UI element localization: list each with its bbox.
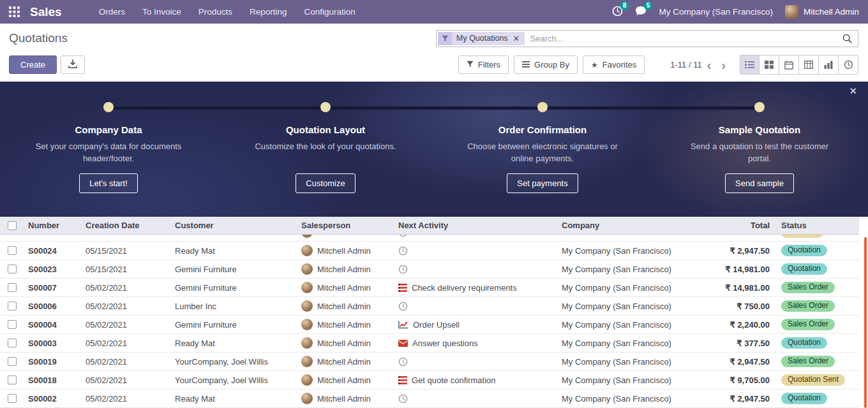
- company-name: My Company (San Francisco): [558, 242, 706, 259]
- menu-item-orders[interactable]: Orders: [99, 7, 125, 17]
- graph-view-icon[interactable]: [819, 55, 839, 75]
- customer-name: Ready Mat: [171, 334, 297, 352]
- row-checkbox[interactable]: [0, 242, 24, 259]
- step-dot: [320, 102, 331, 112]
- kanban-view-icon[interactable]: [760, 55, 779, 75]
- salesperson-name: Mitchell Admin: [317, 283, 371, 293]
- vertical-scrollbar[interactable]: [864, 237, 867, 408]
- messages-menu[interactable]: 5: [635, 6, 647, 18]
- column-header-creation-date[interactable]: Creation Date: [82, 217, 171, 234]
- column-header-next-activity[interactable]: Next Activity: [394, 217, 558, 234]
- tasks-icon: [398, 284, 407, 292]
- column-header-salesperson[interactable]: Salesperson: [297, 217, 394, 234]
- search-facet: My Quotations ✕: [438, 32, 525, 45]
- menu-item-reporting[interactable]: Reporting: [250, 7, 287, 17]
- create-button[interactable]: Create: [9, 55, 57, 74]
- customer-name: YourCompany, Joel Willis: [171, 371, 297, 389]
- clock-icon: [398, 302, 408, 311]
- app-name[interactable]: Sales: [30, 5, 62, 19]
- next-activity-cell[interactable]: [394, 297, 558, 315]
- customer-name: YourCompany, Joel Willis: [171, 353, 297, 370]
- favorites-button[interactable]: ★ Favorites: [583, 55, 645, 74]
- row-checkbox[interactable]: [0, 390, 24, 407]
- lets-start-button[interactable]: Let's start!: [79, 173, 138, 193]
- step-title: Sample Quotation: [719, 124, 800, 135]
- next-activity-cell[interactable]: Order Upsell: [394, 316, 558, 333]
- funnel-icon: [467, 60, 474, 69]
- row-checkbox[interactable]: [0, 334, 24, 352]
- company-switcher[interactable]: My Company (San Francisco): [659, 7, 773, 17]
- next-activity-cell[interactable]: Check delivery requirements: [394, 279, 558, 296]
- customize-button[interactable]: Customize: [296, 173, 355, 193]
- activity-view-icon[interactable]: [839, 55, 858, 75]
- table-row[interactable]: S00006 05/02/2021 Lumber Inc Mitchell Ad…: [0, 297, 859, 316]
- export-button[interactable]: [61, 55, 85, 74]
- row-checkbox[interactable]: [0, 279, 24, 296]
- list-view-icon[interactable]: [740, 55, 760, 75]
- table-row[interactable]: S00018 05/02/2021 YourCompany, Joel Will…: [0, 371, 859, 390]
- row-checkbox[interactable]: [0, 353, 24, 370]
- next-activity-cell[interactable]: [394, 242, 558, 259]
- status-badge: Quotation: [781, 245, 827, 256]
- tasks-icon: [398, 376, 407, 384]
- row-checkbox[interactable]: [0, 316, 24, 333]
- table-row[interactable]: S00024 05/15/2021 Ready Mat Mitchell Adm…: [0, 242, 859, 260]
- order-number: S00004: [24, 316, 82, 333]
- next-activity-cell[interactable]: Answer questions: [394, 334, 558, 352]
- clock-icon: [398, 357, 408, 367]
- total-amount: ₹ 14,981.00: [706, 260, 777, 278]
- pivot-view-icon[interactable]: [799, 55, 819, 75]
- column-header-customer[interactable]: Customer: [171, 217, 297, 234]
- clock-icon: [398, 265, 408, 274]
- menu-item-products[interactable]: Products: [198, 7, 232, 17]
- next-activity-cell[interactable]: [394, 260, 558, 278]
- column-header-total[interactable]: Total: [706, 217, 777, 234]
- menu-item-to-invoice[interactable]: To Invoice: [142, 7, 181, 17]
- search-input[interactable]: [527, 34, 838, 43]
- column-header-status[interactable]: Status: [777, 217, 859, 234]
- company-name: My Company (San Francisco): [558, 260, 706, 278]
- step-description: Set your company's data for documents he…: [33, 141, 184, 165]
- step-title: Order Confirmation: [498, 124, 587, 135]
- creation-date: 05/02/2021: [82, 390, 171, 407]
- salesperson-avatar: [301, 374, 313, 386]
- activity-menu[interactable]: 8: [612, 6, 623, 18]
- user-menu[interactable]: Mitchell Admin: [785, 5, 859, 18]
- total-amount: ₹ 377.50: [706, 334, 777, 352]
- table-row[interactable]: S00019 05/02/2021 YourCompany, Joel Will…: [0, 353, 859, 371]
- row-checkbox[interactable]: [0, 297, 24, 315]
- column-header-company[interactable]: Company: [558, 217, 706, 234]
- salesperson-name: Mitchell Admin: [317, 339, 371, 348]
- apps-menu-icon[interactable]: [6, 5, 22, 18]
- send-sample-button[interactable]: Send sample: [725, 173, 794, 193]
- remove-facet-icon[interactable]: ✕: [513, 34, 525, 43]
- status-cell: Sales Order: [777, 316, 859, 333]
- group-by-button[interactable]: Group By: [514, 55, 578, 74]
- filters-button[interactable]: Filters: [458, 55, 509, 74]
- customer-name: Ready Mat: [171, 242, 297, 259]
- table-row[interactable]: S00004 05/02/2021 Gemini Furniture Mitch…: [0, 316, 859, 334]
- total-amount: ₹ 14,981.00: [706, 279, 777, 296]
- pager-previous-icon[interactable]: ‹: [702, 60, 717, 70]
- favorites-label: Favorites: [602, 60, 636, 69]
- next-activity-cell[interactable]: [394, 353, 558, 370]
- search-icon[interactable]: [837, 33, 857, 44]
- column-header-number[interactable]: Number: [24, 217, 82, 234]
- table-row[interactable]: S00003 05/02/2021 Ready Mat Mitchell Adm…: [0, 334, 859, 353]
- status-badge: Sales Order: [781, 319, 835, 330]
- set-payments-button[interactable]: Set payments: [507, 173, 578, 193]
- company-name: My Company (San Francisco): [558, 334, 706, 352]
- next-activity-cell[interactable]: Get quote confirmation: [394, 371, 558, 389]
- table-row[interactable]: S00023 05/15/2021 Gemini Furniture Mitch…: [0, 260, 859, 279]
- salesperson-avatar: [301, 263, 313, 275]
- select-all-checkbox[interactable]: [0, 217, 24, 234]
- table-row[interactable]: S00002 05/02/2021 Ready Mat Mitchell Adm…: [0, 390, 859, 408]
- pager-next-icon[interactable]: ›: [716, 60, 731, 70]
- row-checkbox[interactable]: [0, 260, 24, 278]
- calendar-view-icon[interactable]: [779, 55, 799, 75]
- menu-item-configuration[interactable]: Configuration: [304, 7, 355, 17]
- row-checkbox[interactable]: [0, 371, 24, 389]
- order-number: S00006: [24, 297, 82, 315]
- next-activity-cell[interactable]: [394, 390, 558, 407]
- table-row[interactable]: S00007 05/02/2021 Gemini Furniture Mitch…: [0, 279, 859, 297]
